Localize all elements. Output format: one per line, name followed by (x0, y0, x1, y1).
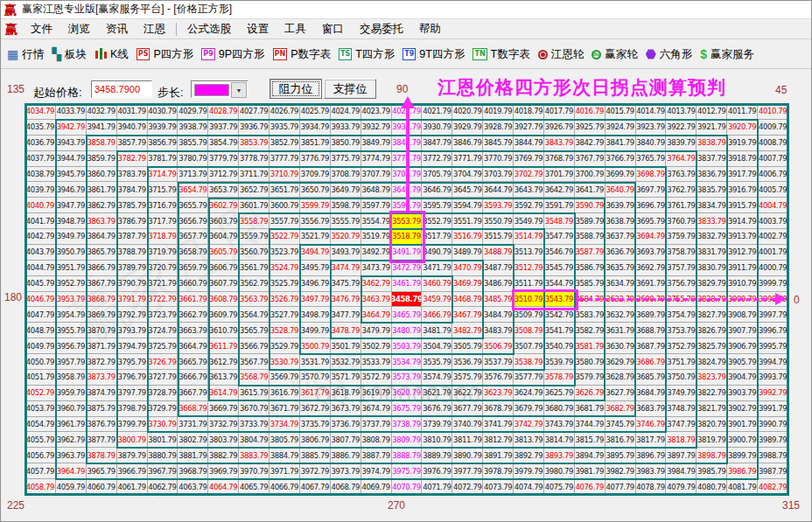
gann-cell: 3881.79 (178, 448, 208, 463)
gann-cell: 3477.79 (331, 307, 361, 323)
gann-cell: 3490.79 (422, 245, 452, 261)
gann-cell: 3977.79 (452, 463, 483, 479)
gann-cell: 3682.79 (606, 401, 636, 417)
menu-item-5[interactable]: 公式选股 (179, 20, 239, 38)
gann-cell: 3769.79 (514, 151, 544, 167)
support-button[interactable]: 支撑位 (324, 79, 376, 99)
gann-cell: 3520.79 (331, 229, 361, 245)
gann-cell: 3643.79 (514, 182, 544, 198)
gann-cell: 3782.79 (117, 151, 148, 167)
gann-cell: 3961.79 (56, 417, 87, 433)
toolbar-item[interactable]: TNT数字表 (472, 47, 529, 62)
gann-cell: 3789.79 (117, 261, 148, 276)
gann-cell: 3586.79 (575, 261, 606, 276)
menu-item-9[interactable]: 交易委托 (352, 20, 411, 38)
gann-cell: 3548.79 (544, 213, 575, 229)
toolbar-item[interactable]: $赢家服务 (700, 47, 754, 62)
toolbar-item[interactable]: 江恩轮 (538, 47, 584, 62)
gann-cell: 3783.79 (117, 167, 148, 183)
gann-cell: 3478.79 (331, 323, 361, 338)
gann-cell: 4066.79 (270, 479, 300, 495)
gann-cell: 3619.79 (361, 386, 392, 401)
gann-cell: 3686.79 (636, 354, 667, 370)
gann-cell: 4054.79 (25, 417, 56, 433)
gann-cell: 3693.79 (636, 245, 667, 261)
gann-cell: 3623.79 (483, 386, 514, 401)
gann-cell: 3879.79 (117, 448, 148, 463)
gann-cell: 3645.79 (452, 182, 483, 198)
gann-cell: 3662.79 (178, 307, 208, 323)
gann-cell: 3613.79 (208, 370, 239, 386)
gann-cell: 3958.79 (56, 370, 87, 386)
title-bar: 赢 赢家江恩专业版[赢家服务平台] - [价格正方形] (0, 0, 812, 19)
gann-cell: 3535.79 (422, 354, 452, 370)
gann-cell: 4068.79 (331, 479, 361, 495)
gann-cell: 3818.79 (666, 432, 696, 448)
gann-cell: 3954.79 (56, 307, 87, 323)
gann-cell: 3803.79 (208, 432, 239, 448)
toolbar-item[interactable]: TST四方形 (339, 47, 395, 62)
menu-item-3[interactable]: 资讯 (98, 20, 136, 38)
gann-cell: 3569.79 (270, 370, 300, 386)
gann-cell: 4059.79 (56, 479, 87, 495)
gann-cell: 3551.79 (452, 213, 483, 229)
gann-cell: 3689.79 (636, 307, 667, 323)
gann-cell: 4026.79 (270, 104, 300, 120)
gann-cell: 4041.79 (25, 213, 56, 229)
menu-item-7[interactable]: 工具 (276, 20, 314, 38)
gann-cell: 3644.79 (483, 182, 514, 198)
gann-cell: 3806.79 (300, 432, 331, 448)
gann-cell: 3974.79 (361, 463, 392, 479)
gann-cell: 3719.79 (148, 245, 178, 261)
gann-cell: 3568.79 (239, 370, 270, 386)
gann-cell: 3751.79 (666, 354, 696, 370)
menu-item-8[interactable]: 窗口 (314, 20, 352, 38)
gann-cell: 3672.79 (300, 401, 331, 417)
menu-item-4[interactable]: 江恩 (136, 20, 173, 38)
gann-cell: 3919.79 (727, 136, 758, 151)
gann-cell: 3857.79 (117, 136, 148, 151)
menu-item-10[interactable]: 帮助 (411, 20, 449, 38)
gann-cell: 3675.79 (392, 401, 423, 417)
step-color-dropdown[interactable]: ▼ (191, 80, 248, 98)
gann-cell: 3485.79 (483, 292, 514, 308)
gann-cell: 3615.79 (239, 386, 270, 401)
start-price-input[interactable] (91, 80, 152, 98)
gann-cell: 3639.79 (606, 198, 636, 213)
gann-cell: 3756.79 (666, 276, 696, 292)
start-price-label: 起始价格: (33, 85, 82, 101)
toolbar-item[interactable]: PNP数字表 (273, 47, 331, 62)
gann-cell: 3712.79 (208, 167, 239, 183)
toolbar-item[interactable]: P99P四方形 (201, 47, 264, 62)
toolbar-item[interactable]: T99T四方形 (402, 47, 465, 62)
angle-label-45: 45 (775, 84, 787, 96)
toolbar-item[interactable]: ▦行情 (7, 47, 44, 62)
gann-cell: 3795.79 (117, 354, 148, 370)
menu-item-2[interactable]: 浏览 (60, 20, 98, 38)
gann-cell: 3909.79 (727, 292, 758, 308)
chevron-down-icon[interactable]: ▼ (231, 82, 247, 98)
toolbar-item[interactable]: PSP四方形 (136, 47, 193, 62)
gann-cell: 3504.79 (422, 338, 452, 354)
gann-cell: 3780.79 (178, 151, 208, 167)
toolbar-item[interactable]: 六角形 (646, 47, 693, 62)
gann-cell: 3776.79 (300, 151, 331, 167)
gann-cell: 3774.79 (361, 151, 392, 167)
gann-cell: 3921.79 (696, 120, 727, 136)
gann-cell: 3889.79 (422, 448, 452, 463)
gann-cell: 3939.79 (148, 120, 178, 136)
toolbar-item[interactable]: Big赢家轮 (592, 47, 638, 62)
gann-cell: 3799.79 (117, 417, 148, 433)
gann-cell: 3746.79 (636, 417, 667, 433)
toolbar-item[interactable]: ▚板块 (52, 47, 87, 62)
gann-cell: 3850.79 (331, 136, 361, 151)
gann-cell: 3598.79 (331, 198, 361, 213)
gann-cell: 3761.79 (666, 198, 696, 213)
menu-item-1[interactable]: 文件 (23, 20, 60, 38)
resistance-button[interactable]: 阻力位 (270, 79, 322, 99)
gann-cell: 4029.79 (178, 104, 208, 120)
gann-cell: 3472.79 (392, 261, 423, 276)
toolbar-item[interactable]: K线 (94, 47, 129, 62)
menu-item-6[interactable]: 设置 (239, 20, 276, 38)
gann-cell: 3953.79 (56, 292, 87, 308)
